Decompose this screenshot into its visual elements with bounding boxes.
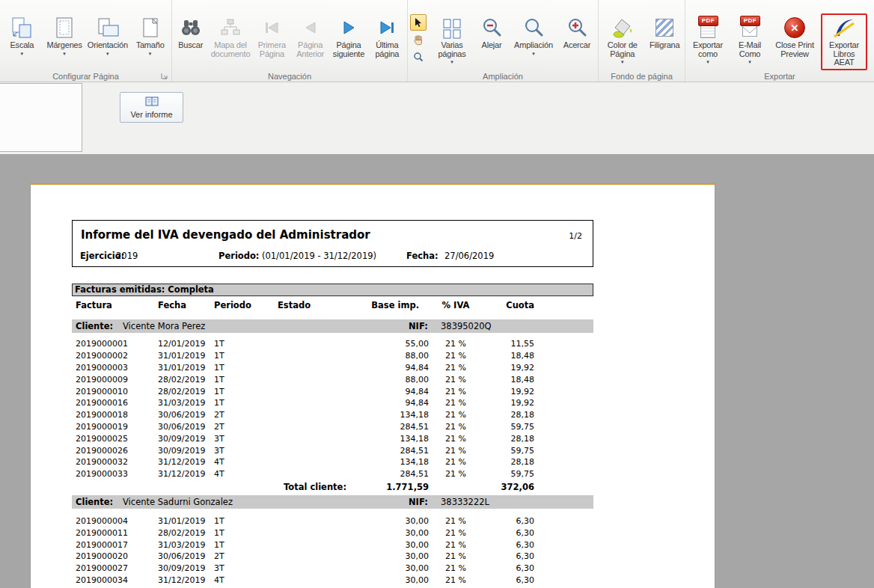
buscar-label: Buscar bbox=[178, 41, 203, 50]
dialog-launcher-icon[interactable] bbox=[161, 73, 168, 80]
ultima-pagina-button[interactable]: Última página bbox=[369, 13, 406, 70]
cell-base-imp: 30,00 bbox=[352, 551, 429, 561]
zoom-icon bbox=[522, 15, 545, 40]
report-title: Informe del IVA devengado del Administra… bbox=[81, 228, 370, 242]
zoom-in-icon bbox=[566, 15, 588, 40]
buscar-button[interactable]: Buscar bbox=[174, 13, 207, 70]
cell-cuota: 6,30 bbox=[483, 551, 534, 561]
alejar-button[interactable]: Alejar bbox=[474, 13, 510, 70]
cell-base-imp: 284,51 bbox=[352, 446, 429, 456]
color-pagina-button[interactable]: Color de Página ▾ bbox=[600, 13, 644, 70]
chevron-down-icon: ▾ bbox=[532, 51, 535, 56]
cell-cuota: 18,48 bbox=[483, 375, 534, 385]
mapa-documento-label: Mapa del documento bbox=[209, 41, 251, 58]
document-map-icon bbox=[219, 15, 242, 40]
cliente-label: Cliente: bbox=[76, 495, 113, 509]
invoice-row: 201900000431/01/20191T30,0021 %6,30 bbox=[72, 515, 593, 527]
filigrana-label: Filigrana bbox=[650, 41, 679, 50]
cell-iva: 21 % bbox=[429, 422, 483, 432]
exportar-como-button[interactable]: PDF Exportar como ▾ bbox=[687, 13, 729, 70]
cell-base-imp: 55,00 bbox=[352, 339, 429, 349]
cell-factura: 2019000017 bbox=[72, 540, 158, 550]
cell-base-imp: 134,18 bbox=[352, 457, 429, 467]
mapa-documento-button[interactable]: Mapa del documento bbox=[209, 13, 251, 70]
invoice-row: 201900000112/01/20191T55,0021 %11,55 bbox=[72, 338, 593, 350]
invoice-row: 201900002730/09/20193T30,0021 %6,30 bbox=[72, 563, 593, 575]
last-page-icon bbox=[376, 15, 398, 40]
cell-iva: 21 % bbox=[429, 457, 483, 467]
invoice-row: 201900001731/03/20191T30,0021 %6,30 bbox=[72, 539, 593, 551]
total-base: 1.771,59 bbox=[352, 482, 429, 492]
nif-label: NIF: bbox=[409, 495, 428, 509]
tamano-button[interactable]: Tamaño ▾ bbox=[130, 13, 170, 70]
varias-paginas-button[interactable]: Varias páginas ▾ bbox=[432, 13, 472, 70]
chevron-down-icon: ▾ bbox=[149, 51, 152, 56]
cell-factura: 2019000034 bbox=[72, 575, 158, 585]
cell-base-imp: 284,51 bbox=[352, 422, 429, 432]
cell-periodo: 1T bbox=[214, 375, 278, 385]
cell-fecha: 31/03/2019 bbox=[158, 540, 214, 550]
previous-page-icon bbox=[299, 15, 322, 40]
chevron-down-icon: ▾ bbox=[21, 51, 24, 56]
client-groups: Cliente: Vicente Mora Perez NIF: 3839502… bbox=[72, 319, 593, 588]
cell-factura: 2019000020 bbox=[72, 551, 158, 561]
cell-base-imp: 30,00 bbox=[352, 563, 429, 573]
document-preview-area[interactable]: Informe del IVA devengado del Administra… bbox=[0, 154, 874, 588]
fecha-value: 27/06/2019 bbox=[444, 251, 494, 261]
orientacion-button[interactable]: Orientación ▾ bbox=[87, 13, 129, 70]
pagina-siguiente-button[interactable]: Página siguiente bbox=[330, 13, 367, 70]
acercar-button[interactable]: Acercar bbox=[557, 13, 596, 70]
cell-cuota: 59,75 bbox=[483, 469, 534, 479]
invoice-row: 201900001631/03/20191T94,8421 %19,92 bbox=[72, 397, 593, 409]
cell-fecha: 31/01/2019 bbox=[158, 516, 214, 526]
cell-periodo: 1T bbox=[214, 363, 278, 373]
pdf-export-icon: PDF bbox=[698, 15, 718, 40]
cell-iva: 21 % bbox=[429, 551, 483, 561]
invoice-row: 201900002630/09/20193T284,5121 %59,75 bbox=[72, 444, 593, 456]
cell-periodo: 1T bbox=[214, 540, 278, 550]
email-como-label: E-Mail Como bbox=[731, 41, 768, 58]
pagina-anterior-button[interactable]: Página Anterior bbox=[292, 13, 328, 70]
group-label-exportar: Exportar bbox=[687, 70, 873, 82]
ver-informe-button[interactable]: Ver informe bbox=[120, 92, 183, 123]
select-tool-button[interactable] bbox=[410, 14, 427, 31]
pdf-email-icon: PDF bbox=[740, 15, 760, 40]
margenes-button[interactable]: Márgenes ▾ bbox=[44, 13, 85, 70]
zoom-tool-button[interactable] bbox=[410, 49, 427, 65]
total-label: Total cliente: bbox=[72, 482, 352, 492]
aeat-logo-icon bbox=[833, 15, 855, 40]
section-header-bar: Facturas emitidas: Completa bbox=[72, 284, 593, 296]
ver-informe-label: Ver informe bbox=[130, 110, 172, 119]
cell-fecha: 28/02/2019 bbox=[158, 387, 214, 396]
cell-base-imp: 30,00 bbox=[352, 540, 429, 550]
ampliacion-button[interactable]: Ampliación ▾ bbox=[511, 13, 556, 70]
cell-fecha: 28/02/2019 bbox=[158, 528, 214, 538]
ribbon-group-ampliacion: Varias páginas ▾ Alejar Ampliación ▾ bbox=[408, 0, 599, 82]
exportar-libros-aeat-button[interactable]: Exportar Libros AEAT bbox=[821, 13, 867, 70]
pagina-anterior-label: Página Anterior bbox=[292, 41, 328, 58]
email-como-button[interactable]: PDF E-Mail Como ▾ bbox=[731, 13, 768, 70]
filigrana-button[interactable]: Filigrana bbox=[646, 13, 683, 70]
client-group: Cliente: Vicente Mora Perez NIF: 3839502… bbox=[72, 319, 593, 493]
exportar-como-label: Exportar como bbox=[687, 41, 729, 58]
cell-iva: 21 % bbox=[429, 363, 483, 373]
ampliacion-label: Ampliación bbox=[514, 41, 553, 50]
cursor-icon bbox=[413, 17, 424, 28]
paint-bucket-icon bbox=[611, 15, 634, 40]
cell-periodo: 2T bbox=[214, 410, 278, 420]
escala-button[interactable]: Escala ▾ bbox=[1, 13, 43, 70]
cell-factura: 2019000032 bbox=[72, 457, 158, 467]
table-column-headers: Factura Fecha Periodo Estado Base imp. %… bbox=[72, 298, 593, 311]
pan-tool-button[interactable] bbox=[410, 31, 427, 48]
invoice-row: 201900001128/02/20191T30,0021 %6,30 bbox=[72, 527, 593, 539]
collapsed-panel bbox=[0, 83, 82, 152]
cliente-name: Vicente Mora Perez bbox=[123, 319, 205, 333]
cell-fecha: 31/03/2019 bbox=[158, 398, 214, 408]
cell-cuota: 19,92 bbox=[483, 363, 534, 373]
cell-iva: 21 % bbox=[429, 339, 483, 349]
margenes-icon bbox=[53, 15, 76, 40]
close-print-preview-button[interactable]: ✕ Close Print Preview bbox=[771, 13, 819, 70]
cell-periodo: 3T bbox=[214, 434, 278, 444]
client-header-bar: Cliente: Vicente Mora Perez NIF: 3839502… bbox=[72, 319, 593, 333]
primera-pagina-button[interactable]: Primera Página bbox=[254, 13, 290, 70]
